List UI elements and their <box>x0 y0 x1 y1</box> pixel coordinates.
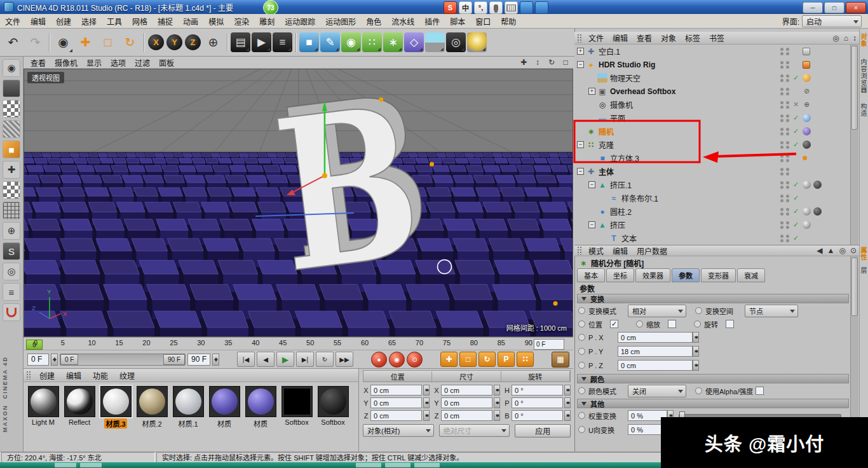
key-pla-toggle[interactable]: ∷ <box>517 352 534 367</box>
range-start-handle[interactable]: 0 F <box>60 354 78 365</box>
object-axis-icon[interactable]: ✚ <box>3 161 20 179</box>
z-axis-lock-button[interactable]: Z <box>185 34 201 50</box>
py-field[interactable]: 18 cm <box>618 346 693 357</box>
material-item[interactable]: Softbox <box>317 386 349 429</box>
menu-select[interactable]: 选择 <box>76 14 102 28</box>
material-item[interactable]: 材质.1 <box>172 386 204 429</box>
end-frame-spinner[interactable] <box>212 354 219 366</box>
material-item[interactable]: 材质 <box>245 386 276 429</box>
menu-pipeline[interactable]: 流水线 <box>386 14 419 28</box>
menu-file[interactable]: 文件 <box>0 14 25 28</box>
expand-toggle[interactable]: + <box>588 88 595 95</box>
axis-lock-icon[interactable]: ⊕ <box>3 222 20 240</box>
menu-mograph[interactable]: 运动图形 <box>320 14 361 28</box>
material-menu-function[interactable]: 功能 <box>88 369 113 382</box>
rotation-b-field[interactable]: 0 ° <box>512 410 563 421</box>
om-menu-view[interactable]: 查看 <box>632 32 656 44</box>
expand-toggle[interactable]: − <box>577 61 584 68</box>
om-menu-file[interactable]: 文件 <box>584 32 608 44</box>
keyframe-palette-button[interactable]: ▦ <box>552 352 569 368</box>
viewport-menu-options[interactable]: 选项 <box>106 57 130 68</box>
sogou-icon[interactable]: S <box>444 1 457 14</box>
viewport-menu-panel[interactable]: 面板 <box>154 57 179 68</box>
menu-animate[interactable]: 动画 <box>178 14 203 28</box>
expand-toggle[interactable]: − <box>577 168 584 175</box>
material-item-selected[interactable]: 材质.3 <box>100 386 132 429</box>
mograph-cloner-button[interactable]: ∷ <box>362 32 382 52</box>
material-menu-edit[interactable]: 编辑 <box>61 369 86 382</box>
edges-mode-icon[interactable] <box>3 100 20 118</box>
rig-tag-icon[interactable] <box>803 61 810 69</box>
sky-tag-icon[interactable] <box>803 74 811 82</box>
next-frame-button[interactable]: ▶| <box>296 352 314 367</box>
menu-character[interactable]: 角色 <box>361 14 386 28</box>
viewport-menu-filter[interactable]: 过滤 <box>130 57 154 68</box>
tray-tool-icon[interactable] <box>535 1 548 14</box>
go-to-start-button[interactable]: |◀ <box>237 352 255 367</box>
dock-tab-layers[interactable]: 层 <box>859 267 868 274</box>
timeline-current-frame[interactable]: 0 F <box>534 339 564 350</box>
keyframe-selection-button[interactable]: ⊙ <box>407 352 423 368</box>
maximize-button[interactable]: □ <box>824 2 844 13</box>
record-keyframe-button[interactable]: ● <box>371 352 387 368</box>
rotate-tool[interactable]: ↻ <box>119 32 140 53</box>
expression-tag-icon[interactable] <box>803 48 810 55</box>
am-search-icon[interactable]: ◎ <box>839 246 845 255</box>
color-mode-select[interactable]: 关闭 <box>628 385 686 397</box>
param-dot[interactable] <box>578 307 585 314</box>
material-item[interactable]: Softbox <box>281 386 313 429</box>
position-z-field[interactable]: 0 cm <box>370 410 422 421</box>
disabled-cross[interactable]: ✕ <box>792 100 800 109</box>
tree-item-null1[interactable]: + ✚ 空白.1 <box>574 45 850 58</box>
make-editable-icon[interactable]: ◉ <box>3 59 20 77</box>
key-rotation-toggle[interactable]: ↻ <box>478 352 496 367</box>
add-primitive-cube-button[interactable]: ■ <box>299 32 319 52</box>
transform-space-select[interactable]: 节点 <box>745 305 798 317</box>
coords-mode-select[interactable]: 对象(相对) <box>363 424 434 437</box>
position-x-field[interactable]: 0 cm <box>370 385 422 396</box>
scale-checkbox[interactable] <box>668 320 676 328</box>
menu-help[interactable]: 帮助 <box>496 14 521 28</box>
dock-tab-objects[interactable]: 对象 <box>859 33 868 47</box>
loop-button[interactable]: ↻ <box>316 352 334 367</box>
panel-grip[interactable] <box>26 371 31 380</box>
range-end-handle[interactable]: 90 F <box>163 354 185 365</box>
current-frame-field[interactable]: 0 F <box>27 354 49 366</box>
snap-icon[interactable]: S <box>3 242 20 260</box>
tree-item-cylinder2[interactable]: ● 圆柱.2 ✓ <box>574 205 850 218</box>
pz-field[interactable]: 0 cm <box>618 360 693 371</box>
rotation-checkbox[interactable] <box>726 320 734 328</box>
om-menu-object[interactable]: 对象 <box>656 32 681 44</box>
target-tag-icon[interactable]: ⊕ <box>803 100 811 109</box>
position-y-field[interactable]: 0 cm <box>370 397 422 408</box>
viewport-dolly-icon[interactable]: ↕ <box>532 58 543 67</box>
viewport-toggle-icon[interactable]: □ <box>560 58 571 67</box>
deformer-button[interactable]: ◇ <box>404 32 424 52</box>
menu-simulate[interactable]: 模拟 <box>203 14 229 28</box>
am-up-icon[interactable]: ▲ <box>827 246 835 255</box>
scale-tool[interactable]: □ <box>97 32 118 53</box>
tree-item-main-null[interactable]: − ✚ 主体 <box>574 165 850 178</box>
shader-tag-icon[interactable] <box>803 127 811 135</box>
end-frame-field[interactable]: 90 F <box>187 354 210 366</box>
close-button[interactable]: × <box>846 2 866 13</box>
minimize-button[interactable]: ─ <box>803 2 823 13</box>
undo-button[interactable]: ↶ <box>3 32 24 53</box>
om-menu-bookmark[interactable]: 书签 <box>705 32 729 44</box>
render-picture-viewer-button[interactable]: ▶ <box>252 32 271 52</box>
layer-lock-icon[interactable]: ≡ <box>3 283 20 301</box>
material-menu-texture[interactable]: 纹理 <box>114 369 140 382</box>
render-settings-button[interactable]: ≡ <box>273 32 292 52</box>
alpha-checkbox[interactable] <box>756 387 764 395</box>
enabled-check[interactable]: ✓ <box>792 74 800 82</box>
texture-tag-icon[interactable] <box>803 114 811 122</box>
menu-motion-tracker[interactable]: 运动跟踪 <box>280 14 320 28</box>
tree-item-extrude[interactable]: − ▲ 挤压 ✓ <box>574 218 850 231</box>
tree-item-plane[interactable]: ▬ 平面 ✓ <box>574 111 850 125</box>
dock-tab-structure[interactable]: 构造 <box>859 103 868 117</box>
position-checkbox[interactable] <box>610 320 618 328</box>
am-menu-mode[interactable]: 模式 <box>584 245 608 256</box>
expand-toggle[interactable]: + <box>577 48 584 55</box>
move-tool[interactable]: ✚ <box>75 32 96 53</box>
viewport-canvas[interactable]: B B Y X <box>24 69 573 337</box>
